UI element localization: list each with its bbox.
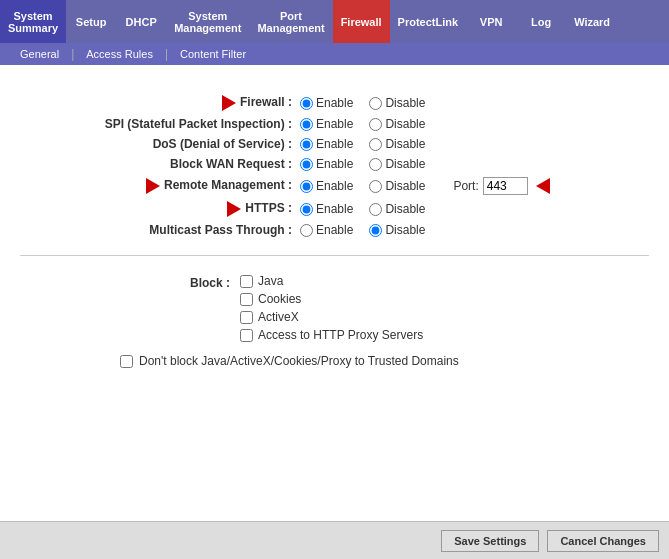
proxy-checkbox[interactable]	[240, 329, 253, 342]
block-wan-disable-label[interactable]: Disable	[369, 157, 425, 171]
subnav-content-filter[interactable]: Content Filter	[168, 48, 258, 60]
remote-enable-radio[interactable]	[300, 180, 313, 193]
https-row: HTTPS : Enable Disable	[20, 201, 649, 217]
section-divider	[20, 255, 649, 256]
remote-management-row: Remote Management : Enable Disable Port:	[20, 177, 649, 195]
save-button[interactable]: Save Settings	[441, 530, 539, 552]
trusted-row: Don't block Java/ActiveX/Cookies/Proxy t…	[120, 354, 649, 368]
nav-log[interactable]: Log	[516, 0, 566, 43]
multicast-enable-label[interactable]: Enable	[300, 223, 353, 237]
nav-protectlink[interactable]: ProtectLink	[390, 0, 467, 43]
cookies-label: Cookies	[258, 292, 301, 306]
block-section: Block : Java Cookies ActiveX Access to H…	[20, 274, 649, 342]
block-label: Block :	[160, 276, 240, 290]
multicast-options: Enable Disable	[300, 223, 437, 237]
arrow-port	[536, 178, 550, 194]
https-options: Enable Disable	[300, 202, 437, 216]
nav-wizard[interactable]: Wizard	[566, 0, 618, 43]
remote-management-label: Remote Management :	[20, 178, 300, 194]
firewall-settings: Firewall : Enable Disable SPI (Stateful …	[20, 95, 649, 237]
proxy-label: Access to HTTP Proxy Servers	[258, 328, 423, 342]
nav-vpn[interactable]: VPN	[466, 0, 516, 43]
java-checkbox[interactable]	[240, 275, 253, 288]
https-disable-radio[interactable]	[369, 203, 382, 216]
block-wan-disable-radio[interactable]	[369, 158, 382, 171]
spi-enable-label[interactable]: Enable	[300, 117, 353, 131]
dos-enable-label[interactable]: Enable	[300, 137, 353, 151]
proxy-check-row[interactable]: Access to HTTP Proxy Servers	[240, 328, 423, 342]
sub-nav: General | Access Rules | Content Filter	[0, 43, 669, 65]
nav-system-summary[interactable]: System Summary	[0, 0, 66, 43]
top-nav: System Summary Setup DHCP System Managem…	[0, 0, 669, 43]
cancel-button[interactable]: Cancel Changes	[547, 530, 659, 552]
dos-disable-radio[interactable]	[369, 138, 382, 151]
spi-label: SPI (Stateful Packet Inspection) :	[20, 117, 300, 131]
cookies-check-row[interactable]: Cookies	[240, 292, 423, 306]
java-check-row[interactable]: Java	[240, 274, 423, 288]
nav-setup[interactable]: Setup	[66, 0, 116, 43]
java-label: Java	[258, 274, 283, 288]
dos-options: Enable Disable	[300, 137, 437, 151]
dos-disable-label[interactable]: Disable	[369, 137, 425, 151]
cookies-checkbox[interactable]	[240, 293, 253, 306]
spi-row: SPI (Stateful Packet Inspection) : Enabl…	[20, 117, 649, 131]
https-enable-label[interactable]: Enable	[300, 202, 353, 216]
firewall-disable-radio[interactable]	[369, 97, 382, 110]
arrow-https	[227, 201, 241, 217]
firewall-enable-radio[interactable]	[300, 97, 313, 110]
remote-management-options: Enable Disable Port:	[300, 177, 550, 195]
remote-enable-label[interactable]: Enable	[300, 179, 353, 193]
firewall-options: Enable Disable	[300, 96, 437, 110]
firewall-enable-label[interactable]: Enable	[300, 96, 353, 110]
bottom-bar: Save Settings Cancel Changes	[0, 521, 669, 559]
https-disable-label[interactable]: Disable	[369, 202, 425, 216]
spi-enable-radio[interactable]	[300, 118, 313, 131]
activex-label: ActiveX	[258, 310, 299, 324]
arrow-firewall	[222, 95, 236, 111]
spi-disable-label[interactable]: Disable	[369, 117, 425, 131]
dos-row: DoS (Denial of Service) : Enable Disable	[20, 137, 649, 151]
firewall-row: Firewall : Enable Disable	[20, 95, 649, 111]
arrow-remote	[146, 178, 160, 194]
block-wan-label: Block WAN Request :	[20, 157, 300, 171]
port-section: Port:	[453, 177, 549, 195]
nav-port-management[interactable]: Port Management	[249, 0, 332, 43]
multicast-disable-radio[interactable]	[369, 224, 382, 237]
remote-disable-label[interactable]: Disable	[369, 179, 425, 193]
dos-enable-radio[interactable]	[300, 138, 313, 151]
firewall-disable-label[interactable]: Disable	[369, 96, 425, 110]
https-label: HTTPS :	[20, 201, 300, 217]
block-wan-enable-label[interactable]: Enable	[300, 157, 353, 171]
firewall-label: Firewall :	[20, 95, 300, 111]
multicast-row: Multicast Pass Through : Enable Disable	[20, 223, 649, 237]
dos-label: DoS (Denial of Service) :	[20, 137, 300, 151]
block-wan-enable-radio[interactable]	[300, 158, 313, 171]
multicast-label: Multicast Pass Through :	[20, 223, 300, 237]
spi-options: Enable Disable	[300, 117, 437, 131]
remote-disable-radio[interactable]	[369, 180, 382, 193]
trusted-checkbox[interactable]	[120, 355, 133, 368]
trusted-label: Don't block Java/ActiveX/Cookies/Proxy t…	[139, 354, 459, 368]
nav-dhcp[interactable]: DHCP	[116, 0, 166, 43]
subnav-access-rules[interactable]: Access Rules	[74, 48, 165, 60]
multicast-enable-radio[interactable]	[300, 224, 313, 237]
block-wan-options: Enable Disable	[300, 157, 437, 171]
subnav-general[interactable]: General	[8, 48, 71, 60]
nav-firewall[interactable]: Firewall	[333, 0, 390, 43]
spi-disable-radio[interactable]	[369, 118, 382, 131]
port-label: Port:	[453, 179, 478, 193]
nav-system-management[interactable]: System Management	[166, 0, 249, 43]
block-checkboxes: Java Cookies ActiveX Access to HTTP Prox…	[240, 274, 423, 342]
activex-check-row[interactable]: ActiveX	[240, 310, 423, 324]
https-enable-radio[interactable]	[300, 203, 313, 216]
port-input[interactable]	[483, 177, 528, 195]
main-content: Firewall : Enable Disable SPI (Stateful …	[0, 65, 669, 378]
activex-checkbox[interactable]	[240, 311, 253, 324]
block-wan-row: Block WAN Request : Enable Disable	[20, 157, 649, 171]
multicast-disable-label[interactable]: Disable	[369, 223, 425, 237]
block-row: Block : Java Cookies ActiveX Access to H…	[160, 274, 649, 342]
